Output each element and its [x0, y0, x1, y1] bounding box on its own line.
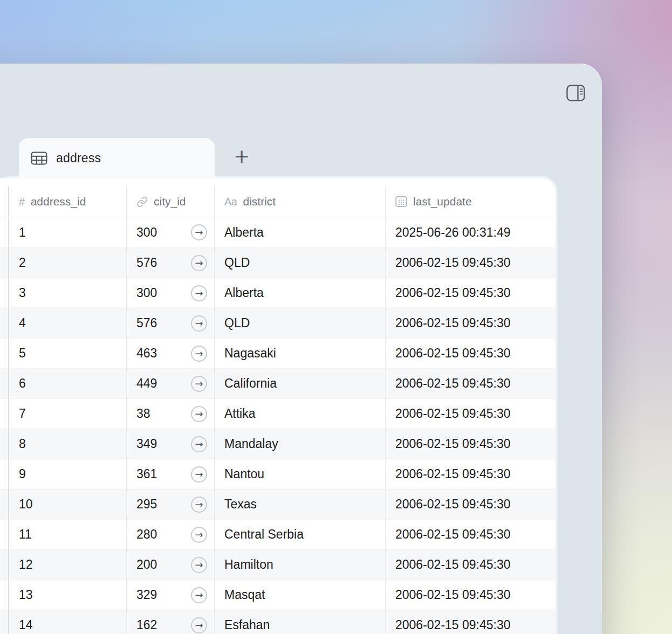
cell-address[interactable]: Way [0, 490, 9, 519]
cell-district[interactable]: Central Serbia [215, 520, 386, 549]
cell-address[interactable] [0, 429, 9, 459]
foreign-key-arrow-button[interactable]: → [191, 617, 207, 633]
cell-city-id[interactable]: 300→ [127, 278, 215, 308]
cell-address-id[interactable]: 4 [9, 308, 127, 338]
cell-city-id[interactable]: 576→ [127, 308, 215, 338]
cell-address-id[interactable]: 7 [9, 399, 127, 429]
cell-last-update[interactable]: 2006-02-15 09:45:30 [386, 278, 556, 308]
cell-district[interactable]: Alberta [215, 278, 386, 308]
cell-address[interactable] [0, 580, 9, 610]
cell-address[interactable] [0, 399, 9, 429]
cell-city-id[interactable]: 280→ [127, 520, 215, 549]
column-header-district[interactable]: Aa district [215, 187, 386, 217]
cell-city-id[interactable]: 449→ [127, 369, 215, 398]
cell-address-id[interactable]: 2 [9, 248, 127, 278]
cell-address-id[interactable]: 13 [9, 580, 127, 610]
column-header-last-update[interactable]: last_update [386, 187, 556, 217]
cell-city-id[interactable]: 38→ [127, 399, 215, 429]
cell-address-id[interactable]: 9 [9, 459, 127, 489]
cell-district[interactable]: QLD [215, 248, 386, 278]
cell-last-update[interactable]: 2006-02-15 09:45:30 [386, 429, 556, 459]
cell-address-id[interactable]: 5 [9, 339, 127, 368]
table-row[interactable]: 1300→Alberta2025-06-26 00:31:49 [0, 217, 556, 247]
cell-last-update[interactable]: 2006-02-15 09:45:30 [386, 580, 556, 610]
table-row[interactable]: 6449→California2006-02-15 09:45:30 [0, 368, 556, 398]
table-row[interactable]: 5463→Nagasaki2006-02-15 09:45:30 [0, 338, 556, 368]
cell-address-id[interactable]: 8 [9, 429, 127, 459]
table-row[interactable]: 4576→QLD2006-02-15 09:45:30 [0, 308, 556, 338]
foreign-key-arrow-button[interactable]: → [191, 346, 207, 362]
foreign-key-arrow-button[interactable]: → [191, 557, 207, 573]
cell-last-update[interactable]: 2006-02-15 09:45:30 [386, 399, 556, 429]
foreign-key-arrow-button[interactable]: → [191, 406, 207, 422]
cell-address[interactable] [0, 217, 9, 247]
cell-district[interactable]: Mandalay [215, 429, 386, 459]
column-header-address-id[interactable]: # address_id [9, 187, 127, 217]
cell-city-id[interactable]: 349→ [127, 429, 215, 459]
foreign-key-arrow-button[interactable]: → [191, 527, 207, 543]
cell-district[interactable]: QLD [215, 308, 386, 338]
cell-address-id[interactable]: 14 [9, 610, 127, 634]
cell-district[interactable]: Nagasaki [215, 339, 386, 368]
cell-address-id[interactable]: 12 [9, 550, 127, 580]
foreign-key-arrow-button[interactable]: → [191, 587, 207, 603]
cell-city-id[interactable]: 200→ [127, 550, 215, 580]
cell-last-update[interactable]: 2006-02-15 09:45:30 [386, 550, 556, 580]
table-row[interactable]: 8349→Mandalay2006-02-15 09:45:30 [0, 429, 556, 459]
table-row[interactable]: 738→Attika2006-02-15 09:45:30 [0, 398, 556, 429]
cell-city-id[interactable]: 329→ [127, 580, 215, 610]
cell-district[interactable]: California [215, 369, 386, 398]
table-row[interactable]: 2576→QLD2006-02-15 09:45:30 [0, 247, 556, 278]
foreign-key-arrow-button[interactable]: → [191, 376, 207, 392]
cell-district[interactable]: Alberta [215, 217, 386, 247]
tab-address[interactable]: address [19, 138, 215, 178]
table-row[interactable]: 13329→Masqat2006-02-15 09:45:30 [0, 580, 556, 610]
cell-address[interactable] [0, 459, 9, 489]
cell-city-id[interactable]: 361→ [127, 459, 215, 489]
cell-address-id[interactable]: 1 [9, 217, 127, 247]
cell-last-update[interactable]: 2006-02-15 09:45:30 [386, 308, 556, 338]
cell-address-id[interactable]: 11 [9, 520, 127, 549]
cell-city-id[interactable]: 576→ [127, 248, 215, 278]
cell-last-update[interactable]: 2025-06-26 00:31:49 [386, 217, 556, 247]
cell-address[interactable] [0, 278, 9, 308]
foreign-key-arrow-button[interactable]: → [191, 497, 207, 513]
cell-last-update[interactable]: 2006-02-15 09:45:30 [386, 369, 556, 398]
cell-last-update[interactable]: 2006-02-15 09:45:30 [386, 339, 556, 368]
cell-address[interactable] [0, 308, 9, 338]
table-row[interactable]: 12200→Hamilton2006-02-15 09:45:30 [0, 549, 556, 580]
cell-address[interactable] [0, 339, 9, 368]
table-row[interactable]: rk...11280→Central Serbia2006-02-15 09:4… [0, 519, 556, 549]
column-header-city-id[interactable]: city_id [127, 187, 215, 217]
cell-district[interactable]: Attika [215, 399, 386, 429]
cell-last-update[interactable]: 2006-02-15 09:45:30 [386, 248, 556, 278]
cell-district[interactable]: Masqat [215, 580, 386, 610]
foreign-key-arrow-button[interactable]: → [191, 285, 207, 301]
cell-city-id[interactable]: 463→ [127, 339, 215, 368]
cell-address[interactable] [0, 369, 9, 398]
cell-last-update[interactable]: 2006-02-15 09:45:30 [386, 459, 556, 489]
cell-district[interactable]: Nantou [215, 459, 386, 489]
cell-city-id[interactable]: 162→ [127, 610, 215, 634]
cell-city-id[interactable]: 295→ [127, 490, 215, 519]
table-row[interactable]: Way10295→Texas2006-02-15 09:45:30 [0, 489, 556, 519]
cell-address[interactable]: rk... [0, 520, 9, 549]
cell-last-update[interactable]: 2006-02-15 09:45:30 [386, 520, 556, 549]
cell-address-id[interactable]: 3 [9, 278, 127, 308]
cell-district[interactable]: Texas [215, 490, 386, 519]
foreign-key-arrow-button[interactable]: → [191, 466, 207, 483]
cell-last-update[interactable]: 2006-02-15 09:45:30 [386, 490, 556, 519]
cell-last-update[interactable]: 2006-02-15 09:45:30 [386, 610, 556, 634]
cell-address-id[interactable]: 6 [9, 369, 127, 398]
foreign-key-arrow-button[interactable]: → [191, 255, 207, 271]
cell-address[interactable] [0, 610, 9, 634]
foreign-key-arrow-button[interactable]: → [191, 224, 207, 240]
foreign-key-arrow-button[interactable]: → [191, 436, 207, 452]
column-header-address[interactable] [0, 187, 9, 217]
new-tab-button[interactable]: + [230, 144, 253, 168]
cell-address-id[interactable]: 10 [9, 490, 127, 519]
cell-district[interactable]: Hamilton [215, 550, 386, 580]
table-row[interactable]: 3300→Alberta2006-02-15 09:45:30 [0, 278, 556, 308]
cell-address[interactable] [0, 248, 9, 278]
sidebar-toggle-button[interactable] [566, 85, 586, 102]
